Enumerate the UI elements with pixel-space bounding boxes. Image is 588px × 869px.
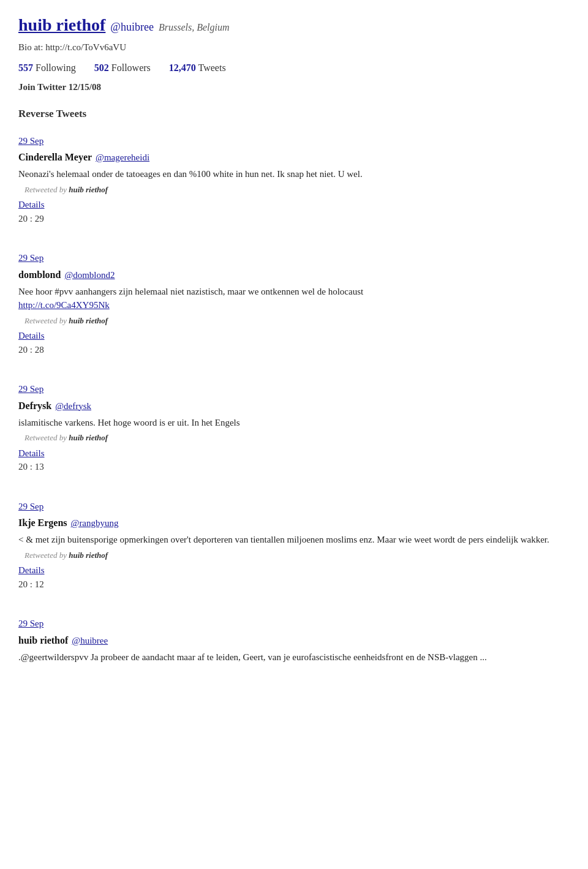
tweet-date[interactable]: 29 Sep <box>18 617 570 631</box>
followers-label: Followers <box>111 62 151 73</box>
tweet-date[interactable]: 29 Sep <box>18 251 570 265</box>
tweet-author-line: huib riethof @huibree <box>18 633 570 648</box>
tweet-entry: 29 Sep domblond @domblond2 Nee hoor #pvv… <box>18 251 570 370</box>
tweet-entry: 29 Sep huib riethof @huibree .@geertwild… <box>18 617 570 672</box>
join-date: 12/15/08 <box>69 82 101 92</box>
tweet-author-handle[interactable]: @domblond2 <box>64 268 115 282</box>
tweet-text: islamitische varkens. Het hoge woord is … <box>18 416 570 430</box>
tweet-text: Nee hoor #pvv aanhangers zijn helemaal n… <box>18 285 570 312</box>
following-label: Following <box>36 62 76 73</box>
profile-name[interactable]: huib riethof <box>18 12 105 38</box>
profile-name-line: huib riethof @huibree Brussels, Belgium <box>18 12 570 38</box>
tweet-author-handle[interactable]: @huibree <box>72 634 108 648</box>
tweet-time: 20 : 29 <box>18 212 570 226</box>
retweet-prefix: Retweeted by <box>24 316 67 325</box>
tweet-details-link[interactable]: Details <box>18 446 570 461</box>
tweet-author-handle[interactable]: @magereheidi <box>96 151 149 165</box>
profile-header: huib riethof @huibree Brussels, Belgium … <box>18 12 570 94</box>
tweets-label: Tweets <box>198 62 226 73</box>
retweet-info: Retweeted by huib riethof <box>18 184 570 196</box>
tweet-details-link[interactable]: Details <box>18 198 570 212</box>
tweet-entry: 29 Sep Defrysk @defrysk islamitische var… <box>18 382 570 487</box>
profile-join: Join Twitter 12/15/08 <box>18 80 570 94</box>
retweet-by-name[interactable]: huib riethof <box>69 433 108 442</box>
tweet-details-link[interactable]: Details <box>18 329 570 343</box>
retweet-by-name[interactable]: huib riethof <box>69 316 108 325</box>
tweet-date[interactable]: 29 Sep <box>18 500 570 514</box>
tweet-author-name[interactable]: Cinderella Meyer <box>18 150 92 165</box>
tweet-entry: 29 Sep Cinderella Meyer @magereheidi Neo… <box>18 134 570 239</box>
join-label: Join Twitter <box>18 82 66 92</box>
retweet-prefix: Retweeted by <box>24 551 67 560</box>
tweet-time: 20 : 12 <box>18 577 570 592</box>
retweet-by-name[interactable]: huib riethof <box>69 551 108 560</box>
following-stat[interactable]: 557 Following <box>18 61 76 75</box>
tweet-details-link[interactable]: Details <box>18 563 570 577</box>
followers-stat[interactable]: 502 Followers <box>94 61 151 75</box>
retweet-info: Retweeted by huib riethof <box>18 549 570 562</box>
retweet-info: Retweeted by huib riethof <box>18 432 570 444</box>
tweet-text: Neonazi's helemaal onder de tatoeages en… <box>18 167 570 181</box>
tweets-count: 12,470 <box>169 62 196 73</box>
tweet-time: 20 : 28 <box>18 343 570 357</box>
profile-location: Brussels, Belgium <box>159 20 230 35</box>
tweets-container: 29 Sep Cinderella Meyer @magereheidi Neo… <box>18 134 570 673</box>
tweet-author-line: Cinderella Meyer @magereheidi <box>18 150 570 165</box>
tweet-text: .@geertwilderspvv Ja probeer de aandacht… <box>18 650 570 664</box>
tweet-author-name[interactable]: huib riethof <box>18 633 68 648</box>
tweet-author-line: domblond @domblond2 <box>18 268 570 282</box>
profile-stats: 557 Following 502 Followers 12,470 Tweet… <box>18 61 570 75</box>
retweet-info: Retweeted by huib riethof <box>18 315 570 327</box>
tweets-stat[interactable]: 12,470 Tweets <box>169 61 226 75</box>
tweet-entry: 29 Sep Ikje Ergens @rangbyung < & met zi… <box>18 500 570 605</box>
tweet-author-name[interactable]: Defrysk <box>18 399 51 413</box>
tweet-link[interactable]: http://t.co/9Ca4XY95Nk <box>18 300 110 310</box>
retweet-by-name[interactable]: huib riethof <box>69 185 108 194</box>
tweet-author-name[interactable]: domblond <box>18 268 61 282</box>
tweet-time: 20 : 13 <box>18 460 570 474</box>
tweet-date[interactable]: 29 Sep <box>18 382 570 396</box>
followers-count: 502 <box>94 62 109 73</box>
tweet-author-name[interactable]: Ikje Ergens <box>18 516 67 530</box>
tweet-author-handle[interactable]: @rangbyung <box>71 516 119 530</box>
tweet-text: < & met zijn buitensporige opmerkingen o… <box>18 533 570 547</box>
tweet-author-line: Defrysk @defrysk <box>18 399 570 413</box>
section-title: Reverse Tweets <box>18 106 570 122</box>
retweet-prefix: Retweeted by <box>24 433 67 442</box>
profile-bio: Bio at: http://t.co/ToVv6aVU <box>18 40 570 55</box>
profile-handle[interactable]: @huibree <box>110 19 154 36</box>
following-count: 557 <box>18 62 33 73</box>
tweet-author-handle[interactable]: @defrysk <box>55 399 91 413</box>
retweet-prefix: Retweeted by <box>24 185 67 194</box>
tweet-author-line: Ikje Ergens @rangbyung <box>18 516 570 530</box>
tweet-date[interactable]: 29 Sep <box>18 134 570 148</box>
